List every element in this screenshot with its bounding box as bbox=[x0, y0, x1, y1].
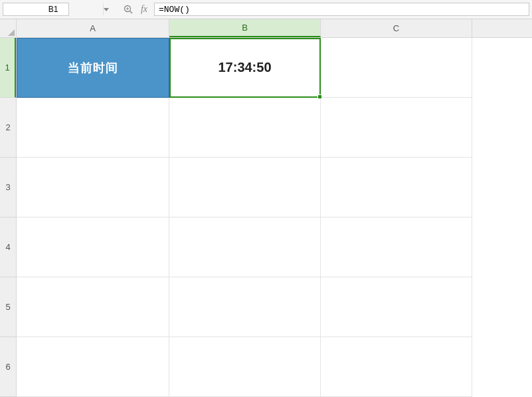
column-header-A[interactable]: A bbox=[17, 19, 169, 37]
fx-icon[interactable]: fx bbox=[138, 3, 150, 15]
row-header-1[interactable]: 1 bbox=[0, 38, 16, 98]
cell-C1[interactable] bbox=[321, 38, 472, 98]
column-header-B[interactable]: B bbox=[169, 19, 321, 37]
column-header-C[interactable]: C bbox=[321, 19, 472, 37]
svg-line-1 bbox=[130, 11, 132, 13]
cell-B3[interactable] bbox=[169, 158, 321, 217]
cell-A4[interactable] bbox=[17, 217, 169, 277]
cell-A5[interactable] bbox=[17, 277, 169, 337]
cell-B2[interactable] bbox=[169, 98, 321, 158]
row-headers: 1 2 3 4 5 6 bbox=[0, 38, 17, 397]
cell-C2[interactable] bbox=[321, 98, 472, 158]
cell-A2[interactable] bbox=[17, 98, 169, 158]
row-header-5[interactable]: 5 bbox=[0, 277, 16, 337]
cell-A1[interactable]: 当前时间 bbox=[17, 38, 169, 98]
name-box-dropdown-icon[interactable] bbox=[103, 3, 109, 15]
row-header-6[interactable]: 6 bbox=[0, 337, 16, 397]
name-box-input[interactable] bbox=[3, 5, 103, 14]
cell-A3[interactable] bbox=[17, 158, 169, 217]
cell-B5[interactable] bbox=[169, 277, 321, 337]
row-header-4[interactable]: 4 bbox=[0, 217, 16, 277]
formula-bar-icons: fx bbox=[122, 3, 150, 15]
row-4 bbox=[17, 217, 532, 277]
cell-C3[interactable] bbox=[321, 158, 472, 217]
cell-C5[interactable] bbox=[321, 277, 472, 337]
cell-C4[interactable] bbox=[321, 217, 472, 277]
cell-B1[interactable]: 17:34:50 bbox=[169, 38, 321, 98]
row-1: 当前时间 17:34:50 bbox=[17, 38, 532, 98]
cell-B4[interactable] bbox=[169, 217, 321, 277]
column-headers: A B C bbox=[17, 19, 532, 38]
cell-B6[interactable] bbox=[169, 337, 321, 397]
row-3 bbox=[17, 158, 532, 217]
cell-area: 当前时间 17:34:50 bbox=[17, 38, 532, 397]
spreadsheet-grid: A B C 1 2 3 4 5 6 当前时间 17:34:50 bbox=[0, 19, 532, 397]
row-6 bbox=[17, 337, 532, 397]
cell-C6[interactable] bbox=[321, 337, 472, 397]
select-all-corner[interactable] bbox=[0, 19, 17, 38]
cell-A6[interactable] bbox=[17, 337, 169, 397]
row-2 bbox=[17, 98, 532, 158]
row-header-2[interactable]: 2 bbox=[0, 98, 16, 158]
row-header-3[interactable]: 3 bbox=[0, 158, 16, 217]
name-box-wrap[interactable] bbox=[3, 3, 69, 16]
formula-bar-row: fx bbox=[0, 0, 532, 19]
zoom-icon[interactable] bbox=[122, 3, 134, 15]
row-5 bbox=[17, 277, 532, 337]
formula-input[interactable] bbox=[154, 3, 529, 16]
